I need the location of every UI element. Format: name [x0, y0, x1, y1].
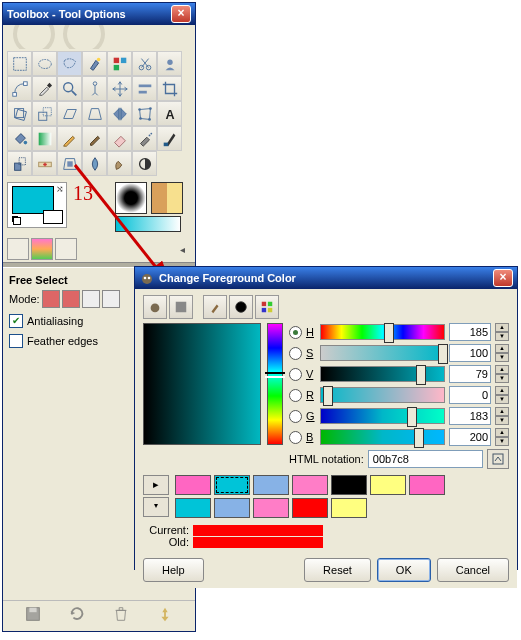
- channel-radio-G[interactable]: [289, 410, 302, 423]
- channel-value-B[interactable]: 200: [449, 428, 491, 446]
- tool-shear[interactable]: [57, 101, 82, 126]
- swatch-6[interactable]: [409, 475, 445, 495]
- mode-add-button[interactable]: [62, 290, 80, 308]
- tool-perspective[interactable]: [82, 101, 107, 126]
- swatch-3[interactable]: [292, 475, 328, 495]
- save-tool-options-icon[interactable]: [24, 605, 42, 623]
- toolbox-titlebar[interactable]: Toolbox - Tool Options ×: [3, 3, 195, 25]
- cancel-button[interactable]: Cancel: [437, 558, 509, 582]
- tool-align[interactable]: [132, 76, 157, 101]
- picker-gimp-icon[interactable]: [143, 295, 167, 319]
- tool-flip[interactable]: [107, 101, 132, 126]
- tool-clone[interactable]: [7, 151, 32, 176]
- channel-value-S[interactable]: 100: [449, 344, 491, 362]
- reset-colors-icon[interactable]: [11, 215, 21, 225]
- channel-slider-S[interactable]: [320, 345, 445, 361]
- html-notation-add-icon[interactable]: [487, 449, 509, 469]
- swatch-9[interactable]: [253, 498, 289, 518]
- tool-ink[interactable]: [157, 126, 182, 151]
- html-notation-input[interactable]: 00b7c8: [368, 450, 483, 468]
- tool-text[interactable]: A: [157, 101, 182, 126]
- tool-eraser[interactable]: [107, 126, 132, 151]
- tool-scissors[interactable]: [132, 51, 157, 76]
- preset-delete-icon[interactable]: [55, 238, 77, 260]
- picker-wheel-icon[interactable]: [229, 295, 253, 319]
- tool-free-select[interactable]: [57, 51, 82, 76]
- background-color-box[interactable]: [43, 210, 63, 224]
- swatch-0[interactable]: [175, 475, 211, 495]
- tool-airbrush[interactable]: [132, 126, 157, 151]
- dialog-close-icon[interactable]: ×: [493, 269, 513, 287]
- swatch-next-button[interactable]: ▾: [143, 497, 169, 517]
- help-button[interactable]: Help: [143, 558, 204, 582]
- picker-watercolor-icon[interactable]: [203, 295, 227, 319]
- channel-spinner-H[interactable]: ▲▼: [495, 323, 509, 341]
- reset-button[interactable]: Reset: [304, 558, 371, 582]
- channel-radio-B[interactable]: [289, 431, 302, 444]
- channel-radio-S[interactable]: [289, 347, 302, 360]
- tool-fuzzy-select[interactable]: [82, 51, 107, 76]
- color-swatch[interactable]: ⤭: [7, 182, 67, 228]
- tool-move[interactable]: [107, 76, 132, 101]
- tool-paths[interactable]: [7, 76, 32, 101]
- tool-heal[interactable]: [32, 151, 57, 176]
- antialiasing-checkbox[interactable]: ✔: [9, 314, 23, 328]
- channel-spinner-S[interactable]: ▲▼: [495, 344, 509, 362]
- tool-rect-select[interactable]: [7, 51, 32, 76]
- channel-radio-H[interactable]: [289, 326, 302, 339]
- active-gradient-preview[interactable]: [115, 216, 181, 232]
- channel-value-V[interactable]: 79: [449, 365, 491, 383]
- feather-checkbox[interactable]: [9, 334, 23, 348]
- swatch-8[interactable]: [214, 498, 250, 518]
- tool-ellipse-select[interactable]: [32, 51, 57, 76]
- channel-value-H[interactable]: 185: [449, 323, 491, 341]
- tool-crop[interactable]: [157, 76, 182, 101]
- hue-bar[interactable]: [267, 323, 283, 445]
- picker-palette-icon[interactable]: [255, 295, 279, 319]
- channel-slider-V[interactable]: [320, 366, 445, 382]
- tool-blend[interactable]: [32, 126, 57, 151]
- channel-spinner-R[interactable]: ▲▼: [495, 386, 509, 404]
- dialog-titlebar[interactable]: Change Foreground Color ×: [135, 267, 517, 289]
- channel-spinner-B[interactable]: ▲▼: [495, 428, 509, 446]
- mode-replace-button[interactable]: [42, 290, 60, 308]
- channel-spinner-G[interactable]: ▲▼: [495, 407, 509, 425]
- swatch-5[interactable]: [370, 475, 406, 495]
- current-color-bar[interactable]: [193, 525, 323, 536]
- channel-slider-H[interactable]: [320, 324, 445, 340]
- tool-paintbrush[interactable]: [82, 126, 107, 151]
- close-icon[interactable]: ×: [171, 5, 191, 23]
- tool-bucket-fill[interactable]: [7, 126, 32, 151]
- preset-restore-icon[interactable]: [31, 238, 53, 260]
- channel-value-R[interactable]: 0: [449, 386, 491, 404]
- color-field[interactable]: [143, 323, 261, 445]
- channel-slider-G[interactable]: [320, 408, 445, 424]
- tool-dodge-burn[interactable]: [132, 151, 157, 176]
- options-menu-icon[interactable]: ◂: [180, 244, 191, 255]
- channel-radio-R[interactable]: [289, 389, 302, 402]
- swatch-4[interactable]: [331, 475, 367, 495]
- old-color-bar[interactable]: [193, 537, 323, 548]
- tool-pencil[interactable]: [57, 126, 82, 151]
- swatch-7[interactable]: [175, 498, 211, 518]
- channel-spinner-V[interactable]: ▲▼: [495, 365, 509, 383]
- tool-measure[interactable]: [82, 76, 107, 101]
- active-pattern-preview[interactable]: [151, 182, 183, 214]
- swatch-2[interactable]: [253, 475, 289, 495]
- tool-perspective-clone[interactable]: [57, 151, 82, 176]
- mode-subtract-button[interactable]: [82, 290, 100, 308]
- tool-color-picker[interactable]: [32, 76, 57, 101]
- delete-tool-options-icon[interactable]: [112, 605, 130, 623]
- active-brush-preview[interactable]: [115, 182, 147, 214]
- channel-slider-B[interactable]: [320, 429, 445, 445]
- reset-tool-options-icon[interactable]: [156, 605, 174, 623]
- swap-colors-icon[interactable]: ⤭: [56, 184, 64, 194]
- swatch-prev-button[interactable]: ▸: [143, 475, 169, 495]
- ok-button[interactable]: OK: [377, 558, 431, 582]
- swatch-11[interactable]: [331, 498, 367, 518]
- preset-save-icon[interactable]: [7, 238, 29, 260]
- tool-blur[interactable]: [82, 151, 107, 176]
- tool-scale[interactable]: [32, 101, 57, 126]
- mode-intersect-button[interactable]: [102, 290, 120, 308]
- tool-smudge[interactable]: [107, 151, 132, 176]
